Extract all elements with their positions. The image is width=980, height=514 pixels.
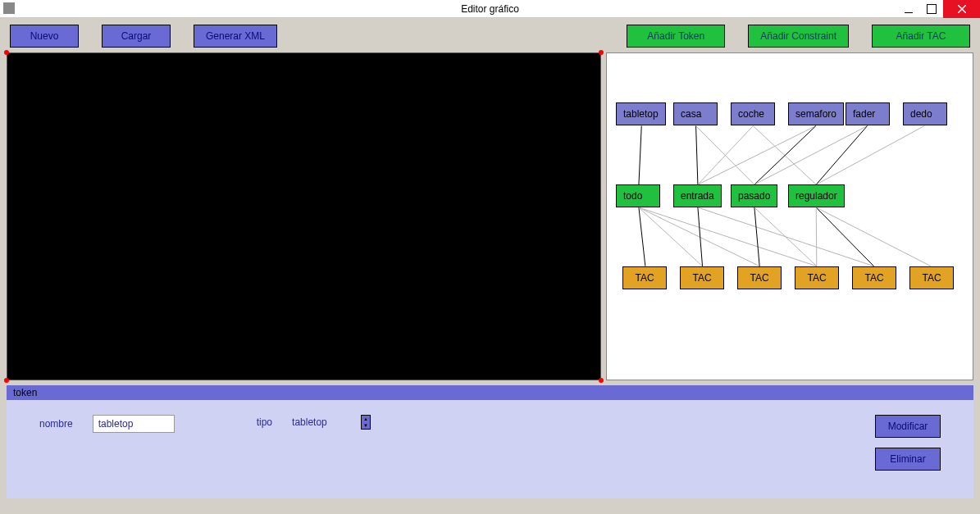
nombre-label: nombre: [39, 418, 73, 430]
svg-line-14: [639, 207, 759, 266]
window-minimize-button[interactable]: [897, 0, 920, 18]
svg-line-10: [816, 126, 867, 185]
window-title: Editor gráfico: [461, 3, 519, 15]
window-titlebar: Editor gráfico: [0, 0, 980, 18]
chevron-down-icon: ▼: [363, 423, 368, 428]
graph-panel[interactable]: tabletopcasacochesemaforofaderdedotodoen…: [606, 52, 973, 380]
canvas[interactable]: [7, 52, 601, 380]
tac-node-tac5[interactable]: TAC: [909, 266, 954, 289]
tipo-label: tipo: [257, 416, 272, 428]
svg-line-13: [639, 207, 703, 266]
tipo-value: tabletop: [292, 416, 341, 428]
svg-line-11: [816, 126, 924, 185]
svg-line-20: [816, 207, 873, 266]
anadir-token-button[interactable]: Añadir Token: [627, 25, 725, 48]
svg-line-22: [816, 207, 817, 266]
constraint-node-regulador[interactable]: regulador: [788, 184, 845, 207]
anadir-tac-button[interactable]: Añadir TAC: [872, 25, 970, 48]
window-close-button[interactable]: [943, 0, 980, 18]
token-node-fader[interactable]: fader: [846, 102, 890, 125]
svg-line-7: [698, 126, 816, 185]
window-maximize-button[interactable]: [920, 0, 943, 18]
nuevo-button[interactable]: Nuevo: [10, 25, 79, 48]
svg-line-3: [696, 126, 698, 185]
resize-handle-tl[interactable]: [4, 50, 9, 55]
section-header: token: [7, 385, 973, 400]
form-panel: nombre tipo tabletop ▲ ▼ Modificar Elimi…: [7, 400, 973, 498]
svg-line-17: [698, 207, 874, 266]
token-node-coche[interactable]: coche: [731, 102, 775, 125]
svg-line-21: [816, 207, 931, 266]
cargar-button[interactable]: Cargar: [102, 25, 171, 48]
nombre-input[interactable]: [93, 415, 175, 433]
chevron-up-icon: ▲: [363, 416, 368, 421]
resize-handle-tr[interactable]: [599, 50, 604, 55]
svg-line-9: [754, 126, 868, 185]
modificar-button[interactable]: Modificar: [875, 415, 941, 438]
constraint-node-todo[interactable]: todo: [616, 184, 660, 207]
anadir-constraint-button[interactable]: Añadir Constraint: [748, 25, 849, 48]
resize-handle-bl[interactable]: [4, 378, 9, 383]
svg-line-6: [753, 126, 816, 185]
svg-line-4: [696, 126, 754, 185]
constraint-node-entrada[interactable]: entrada: [673, 184, 722, 207]
tac-node-tac3[interactable]: TAC: [795, 266, 839, 289]
app-icon: [3, 2, 15, 14]
toolbar: Nuevo Cargar Generar XML Añadir Token Añ…: [0, 18, 980, 52]
tac-node-tac2[interactable]: TAC: [737, 266, 782, 289]
tipo-stepper[interactable]: ▲ ▼: [361, 415, 371, 430]
constraint-node-pasado[interactable]: pasado: [731, 184, 777, 207]
svg-line-5: [698, 126, 753, 185]
resize-handle-br[interactable]: [599, 378, 604, 383]
svg-line-8: [754, 126, 816, 185]
token-node-semaforo[interactable]: semaforo: [788, 102, 844, 125]
canvas-container: [7, 52, 601, 380]
token-node-tabletop[interactable]: tabletop: [616, 102, 666, 125]
eliminar-button[interactable]: Eliminar: [875, 448, 941, 471]
svg-line-16: [698, 207, 703, 266]
svg-line-2: [639, 126, 641, 185]
tac-node-tac4[interactable]: TAC: [852, 266, 896, 289]
svg-line-15: [639, 207, 817, 266]
generar-xml-button[interactable]: Generar XML: [194, 25, 277, 48]
svg-line-19: [754, 207, 817, 266]
token-node-casa[interactable]: casa: [673, 102, 718, 125]
svg-line-18: [754, 207, 759, 266]
tac-node-tac0[interactable]: TAC: [622, 266, 667, 289]
tac-node-tac1[interactable]: TAC: [680, 266, 724, 289]
token-node-dedo[interactable]: dedo: [903, 102, 947, 125]
svg-line-12: [639, 207, 645, 266]
